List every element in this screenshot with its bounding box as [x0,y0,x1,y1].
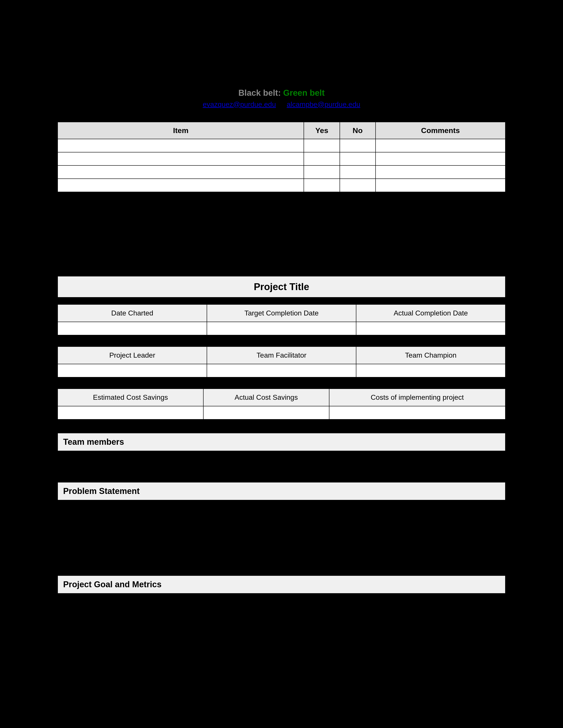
checklist-no-1 [340,139,376,152]
date-charted-label: Date Charted [58,304,207,322]
checklist-no-3 [340,165,376,179]
checklist-yes-2 [304,152,340,165]
checklist-no-4 [340,179,376,192]
spacer-dates [57,342,506,346]
checklist-header-yes: Yes [304,122,340,139]
checklist-yes-1 [304,139,340,152]
belt-prefix: Black belt: [238,88,281,98]
team-facilitator-label: Team Facilitator [207,347,356,364]
email2-link[interactable]: alcampbe@purdue.edu [287,100,360,108]
team-champion-value[interactable] [356,364,505,377]
checklist-no-2 [340,152,376,165]
form-section: Project Title Date Charted Target Comple… [57,276,506,640]
checklist-item-2 [58,152,304,165]
checklist-item-4 [58,179,304,192]
estimated-cost-label: Estimated Cost Savings [58,389,203,406]
checklist-item-1 [58,139,304,152]
project-leader-label: Project Leader [58,347,207,364]
team-champion-label: Team Champion [356,347,505,364]
checklist-yes-3 [304,165,340,179]
actual-cost-value[interactable] [203,406,329,419]
project-goal-header: Project Goal and Metrics [57,575,506,594]
spacer-cost [57,428,506,433]
team-members-header: Team members [57,433,506,451]
black-gap-1 [57,205,506,267]
checklist-header-item: Item [58,122,304,139]
spacer-ps [57,569,506,575]
checklist-row [58,152,505,165]
checklist-comments-3 [376,165,505,179]
email-links: evazquez@purdue.edu alcampbe@purdue.edu [57,100,506,109]
target-completion-value[interactable] [207,322,356,335]
checklist-row [58,139,505,152]
team-facilitator-value[interactable] [207,364,356,377]
email1-link[interactable]: evazquez@purdue.edu [203,100,276,108]
target-completion-label: Target Completion Date [207,304,356,322]
spacer-tm [57,475,506,482]
header-section: Black belt: Green belt evazquez@purdue.e… [57,84,506,109]
cost-implementing-label: Costs of implementing project [329,389,505,406]
checklist-item-3 [58,165,304,179]
project-leader-value[interactable] [58,364,207,377]
spacer-people [57,384,506,388]
problem-statement-header: Problem Statement [57,482,506,500]
cost-table: Estimated Cost Savings Actual Cost Savin… [57,388,506,420]
belt-label: Black belt: Green belt [57,88,506,98]
checklist-comments-2 [376,152,505,165]
checklist-row [58,179,505,192]
date-charted-value[interactable] [58,322,207,335]
actual-completion-value[interactable] [356,322,505,335]
bottom-area [57,649,506,728]
checklist-header-comments: Comments [376,122,505,139]
cost-implementing-value[interactable] [329,406,505,419]
actual-cost-label: Actual Cost Savings [203,389,329,406]
checklist-comments-4 [376,179,505,192]
checklist-table: Item Yes No Comments [57,122,506,192]
team-members-content [57,453,506,475]
checklist-yes-4 [304,179,340,192]
people-table: Project Leader Team Facilitator Team Cha… [57,346,506,377]
belt-value: Green belt [283,88,325,98]
checklist-header-no: No [340,122,376,139]
checklist-row [58,165,505,179]
dates-table: Date Charted Target Completion Date Actu… [57,304,506,335]
problem-statement-content [57,503,506,569]
project-title-header: Project Title [57,276,506,298]
project-goal-content [57,596,506,640]
checklist-comments-1 [376,139,505,152]
actual-completion-label: Actual Completion Date [356,304,505,322]
estimated-cost-value[interactable] [58,406,203,419]
